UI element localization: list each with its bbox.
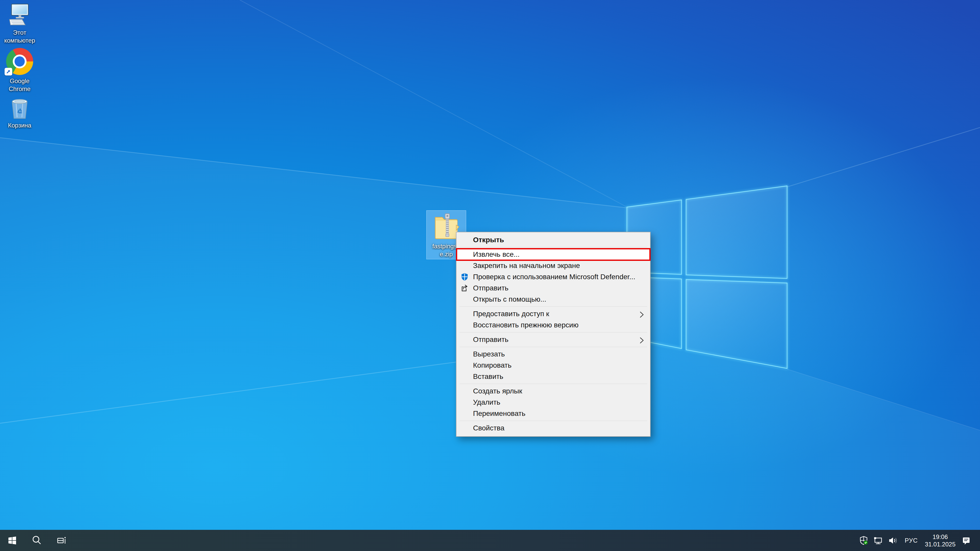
start-button[interactable]: [0, 530, 24, 551]
menu-item-label: Создать ярлык: [473, 387, 522, 395]
menu-item-paste[interactable]: Вставить: [457, 371, 650, 382]
recycle-bin-label: Корзина: [8, 121, 31, 129]
menu-item-label: Открыть с помощью...: [473, 295, 546, 303]
menu-item-label: Отправить: [473, 284, 509, 292]
network-icon[interactable]: [873, 536, 883, 545]
submenu-chevron-icon: [640, 310, 644, 318]
menu-item-open-with[interactable]: Открыть с помощью...: [457, 294, 650, 305]
menu-item-label: Копировать: [473, 361, 512, 369]
desktop-icon-this-pc[interactable]: Этот компьютер: [0, 3, 39, 44]
clock-time: 19:06: [924, 533, 956, 541]
recycle-bin-icon: [8, 95, 31, 119]
volume-icon[interactable]: [888, 536, 899, 545]
task-view-icon: [56, 535, 67, 546]
menu-item-open[interactable]: Открыть: [457, 234, 650, 246]
this-pc-label: Этот компьютер: [4, 29, 35, 44]
menu-item-label: Отправить: [473, 335, 509, 343]
menu-separator: [460, 384, 647, 384]
menu-item-send-to[interactable]: Отправить: [457, 334, 650, 345]
menu-item-label: Удалить: [473, 398, 500, 406]
desktop-icon-recycle-bin[interactable]: Корзина: [0, 95, 39, 129]
this-pc-icon: [7, 3, 32, 27]
clock-date: 31.01.2025: [924, 541, 956, 548]
desktop: Этот компьютер Google Chrome: [0, 0, 980, 551]
system-tray: РУС 19:06 31.01.2025: [859, 530, 980, 551]
menu-item-share[interactable]: Отправить: [457, 283, 650, 294]
menu-item-copy[interactable]: Копировать: [457, 360, 650, 371]
menu-item-give-access-to[interactable]: Предоставить доступ к: [457, 308, 650, 319]
menu-item-defender-scan[interactable]: Проверка с использованием Microsoft Defe…: [457, 271, 650, 283]
context-menu: ОткрытьИзвлечь все...Закрепить на началь…: [456, 232, 651, 437]
menu-item-pin-to-start[interactable]: Закрепить на начальном экране: [457, 260, 650, 271]
menu-separator: [460, 421, 647, 421]
task-view-button[interactable]: [49, 530, 73, 551]
menu-item-label: Открыть: [473, 236, 504, 244]
shortcut-arrow-icon: [5, 68, 12, 75]
menu-item-label: Вырезать: [473, 350, 505, 358]
menu-item-label: Переименовать: [473, 410, 525, 418]
menu-item-label: Вставить: [473, 373, 503, 380]
menu-item-cut[interactable]: Вырезать: [457, 349, 650, 360]
taskbar: РУС 19:06 31.01.2025: [0, 530, 980, 551]
menu-item-label: Свойства: [473, 424, 504, 432]
menu-item-label: Восстановить прежнюю версию: [473, 321, 578, 329]
menu-item-label: Закрепить на начальном экране: [473, 262, 580, 270]
windows-logo-icon: [8, 536, 17, 545]
taskbar-clock[interactable]: 19:06 31.01.2025: [924, 533, 956, 548]
desktop-icon-google-chrome[interactable]: Google Chrome: [0, 48, 39, 93]
menu-item-rename[interactable]: Переименовать: [457, 408, 650, 419]
chrome-label: Google Chrome: [9, 77, 30, 93]
menu-item-restore-previous[interactable]: Восстановить прежнюю версию: [457, 319, 650, 331]
menu-item-label: Извлечь все...: [473, 250, 520, 258]
menu-item-properties[interactable]: Свойства: [457, 422, 650, 434]
share-icon: [460, 284, 469, 292]
menu-item-extract-all[interactable]: Извлечь все...: [457, 249, 650, 260]
menu-separator: [460, 347, 647, 347]
search-icon: [32, 535, 42, 546]
menu-item-label: Предоставить доступ к: [473, 310, 549, 318]
menu-separator: [460, 306, 647, 307]
zip-file-icon: [433, 213, 460, 241]
search-button[interactable]: [24, 530, 49, 551]
submenu-chevron-icon: [640, 336, 644, 343]
defender-icon[interactable]: [859, 536, 869, 545]
menu-item-delete[interactable]: Удалить: [457, 397, 650, 408]
chrome-icon: [6, 48, 33, 75]
language-indicator[interactable]: РУС: [903, 537, 919, 544]
defender-icon: [460, 273, 469, 281]
menu-item-label: Проверка с использованием Microsoft Defe…: [473, 273, 635, 281]
action-center-icon[interactable]: [961, 535, 971, 546]
menu-item-create-shortcut[interactable]: Создать ярлык: [457, 386, 650, 397]
